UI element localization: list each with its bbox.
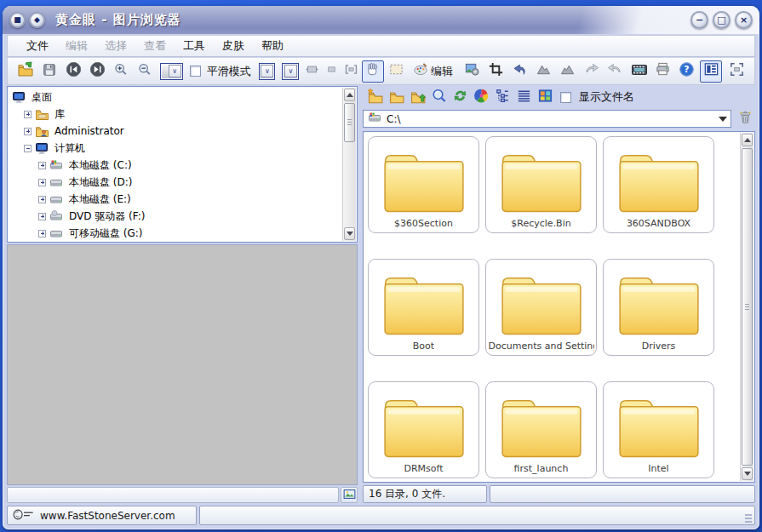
- crop-button[interactable]: [485, 60, 507, 83]
- scroll-up-arrow[interactable]: [344, 89, 355, 101]
- sort-colors-button[interactable]: [473, 86, 490, 108]
- undo-button[interactable]: [509, 60, 531, 83]
- tree-item-desktop[interactable]: 桌面: [9, 89, 341, 106]
- refresh-button[interactable]: [451, 86, 469, 108]
- menu-file[interactable]: 文件: [18, 36, 57, 56]
- scroll-up-arrow[interactable]: [742, 134, 753, 146]
- chevron-down-icon[interactable]: ∨: [169, 65, 181, 77]
- zoom-in-icon: [113, 62, 129, 81]
- folder-item[interactable]: first_launch: [485, 381, 597, 478]
- menu-tools[interactable]: 工具: [175, 36, 214, 56]
- expand-plus-icon[interactable]: [38, 162, 46, 169]
- height-select[interactable]: ∨: [282, 63, 299, 80]
- minimize-button[interactable]: −: [690, 11, 708, 29]
- fullscreen-button[interactable]: [725, 60, 748, 83]
- folder-item[interactable]: DRMsoft: [368, 381, 479, 478]
- help-button[interactable]: ?: [676, 60, 698, 83]
- close-button[interactable]: ×: [735, 11, 753, 29]
- scrollbar-thumb[interactable]: [742, 148, 753, 466]
- selection-rect-icon: [388, 61, 404, 81]
- scrollbar-thumb[interactable]: [344, 103, 355, 142]
- tree-item-drive-e[interactable]: 本地磁盘 (E:): [9, 191, 341, 208]
- browse-layout-button[interactable]: [700, 60, 722, 83]
- previous-button[interactable]: [62, 60, 84, 83]
- chevron-down-icon[interactable]: ∨: [261, 65, 273, 77]
- website-link[interactable]: www.FastStoneServer.com: [40, 510, 175, 522]
- list-view-button[interactable]: [515, 86, 533, 108]
- show-filenames-checkbox[interactable]: [560, 92, 571, 103]
- hand-tool-button[interactable]: [362, 60, 384, 83]
- flip-right-button[interactable]: [604, 60, 627, 83]
- selection-status: [490, 485, 755, 503]
- window-menu-button[interactable]: ■: [9, 12, 26, 28]
- menu-help[interactable]: 帮助: [253, 36, 292, 56]
- tree-item-dvd-f[interactable]: DVD 驱动器 (F:): [9, 208, 341, 225]
- rotate-ccw-button[interactable]: [533, 60, 555, 83]
- tree-item-libraries[interactable]: 库: [9, 106, 341, 123]
- width-select[interactable]: ∨: [259, 63, 276, 80]
- window-rollup-button[interactable]: ◆: [29, 12, 45, 28]
- next-button[interactable]: [86, 60, 108, 83]
- file-grid[interactable]: $360Section $Recycle.Bin 360SANDBOX Boot: [363, 131, 755, 483]
- collapse-minus-icon[interactable]: [24, 145, 32, 152]
- open-folder-button[interactable]: [387, 86, 405, 108]
- preview-hscrollbar[interactable]: [7, 487, 339, 503]
- slideshow-button[interactable]: [628, 60, 650, 83]
- search-button[interactable]: [430, 86, 448, 108]
- fit-window-button[interactable]: [303, 60, 321, 83]
- rotate-cw-button[interactable]: [557, 60, 579, 83]
- folder-name: Boot: [413, 340, 434, 352]
- new-folder-button[interactable]: [366, 86, 384, 108]
- print-button[interactable]: [652, 60, 674, 83]
- tree-item-computer[interactable]: 计算机: [9, 140, 341, 157]
- expand-plus-icon[interactable]: [38, 196, 46, 203]
- tree-item-drive-d[interactable]: 本地磁盘 (D:): [9, 174, 341, 191]
- effects-button[interactable]: [461, 60, 484, 83]
- maximize-button[interactable]: □: [713, 11, 730, 29]
- folder-tree-panel[interactable]: 桌面 库 Administrator 计: [7, 86, 358, 243]
- scroll-down-arrow[interactable]: [344, 227, 355, 240]
- file-grid-scrollbar[interactable]: [740, 133, 753, 481]
- up-folder-button[interactable]: [409, 86, 427, 108]
- menu-skin[interactable]: 皮肤: [214, 36, 253, 56]
- expand-plus-icon[interactable]: [24, 111, 32, 118]
- folder-item[interactable]: Intel: [603, 381, 714, 478]
- tree-scrollbar[interactable]: [342, 88, 356, 241]
- tree-item-administrator[interactable]: Administrator: [9, 123, 341, 140]
- folder-item[interactable]: Documents and Settings: [485, 259, 597, 356]
- zoom-out-button[interactable]: [134, 60, 156, 83]
- scroll-down-arrow[interactable]: [742, 467, 753, 480]
- expand-plus-icon[interactable]: [38, 179, 46, 186]
- tree-view-button[interactable]: [494, 86, 512, 108]
- delete-button[interactable]: [735, 110, 755, 128]
- tree-item-drive-c[interactable]: 本地磁盘 (C:): [9, 157, 341, 174]
- expand-plus-icon[interactable]: [38, 213, 46, 220]
- expand-plus-icon[interactable]: [38, 230, 46, 237]
- fit-image-button[interactable]: [341, 487, 358, 503]
- open-button[interactable]: [14, 60, 37, 83]
- edit-button[interactable]: 编辑: [410, 60, 460, 83]
- tree-item-removable-g[interactable]: 可移动磁盘 (G:): [9, 225, 341, 242]
- flip-left-button[interactable]: [581, 60, 603, 83]
- chevron-down-icon[interactable]: [719, 117, 727, 122]
- zoom-in-button[interactable]: [110, 60, 132, 83]
- chevron-down-icon[interactable]: ∨: [284, 65, 297, 77]
- website-cell[interactable]: www.FastStoneServer.com: [7, 506, 197, 525]
- thumbnail-view-button[interactable]: [536, 86, 554, 108]
- zoom-select[interactable]: ∨: [160, 63, 183, 80]
- path-combobox[interactable]: C:\: [363, 110, 731, 128]
- fit-width-button[interactable]: [342, 60, 360, 83]
- expand-plus-icon[interactable]: [24, 128, 32, 135]
- title-bar[interactable]: ■ ◆ 黄金眼 - 图片浏览器 − □ ×: [3, 6, 759, 34]
- folder-item[interactable]: 360SANDBOX: [603, 136, 714, 233]
- folder-item[interactable]: Boot: [368, 259, 479, 356]
- actual-size-button[interactable]: [323, 60, 341, 83]
- folder-item[interactable]: $360Section: [368, 136, 479, 233]
- tree-item-label: DVD 驱动器 (F:): [69, 209, 145, 224]
- select-tool-button[interactable]: [386, 60, 408, 83]
- smooth-mode-checkbox[interactable]: [190, 66, 201, 77]
- folder-item[interactable]: $Recycle.Bin: [485, 136, 597, 233]
- resize-grip[interactable]: [745, 514, 752, 523]
- folder-item[interactable]: Drivers: [603, 259, 714, 356]
- save-button[interactable]: [38, 60, 60, 83]
